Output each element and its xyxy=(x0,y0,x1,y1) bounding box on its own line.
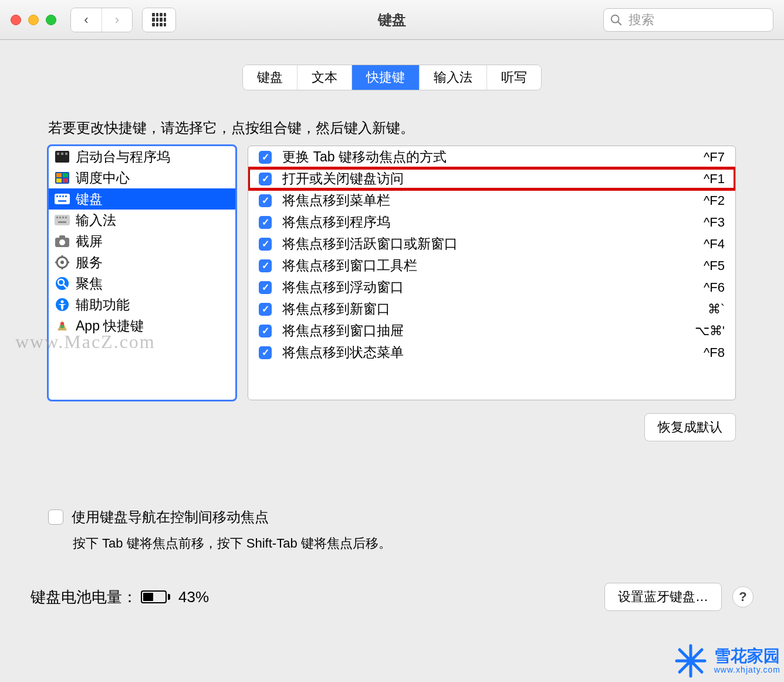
svg-rect-18 xyxy=(56,217,58,218)
category-row[interactable]: 调度中心 xyxy=(49,167,235,188)
shortcut-checkbox[interactable]: ✓ xyxy=(259,325,272,337)
shortcut-label: 将焦点移到状态菜单 xyxy=(282,343,693,362)
svg-rect-22 xyxy=(58,221,66,223)
app-icon xyxy=(55,319,70,332)
svg-point-25 xyxy=(59,239,65,245)
shortcut-key: ⌘` xyxy=(708,302,725,317)
shortcut-label: 将焦点移到浮动窗口 xyxy=(282,278,693,296)
forward-button[interactable]: › xyxy=(102,8,132,32)
tab-3[interactable]: 输入法 xyxy=(419,65,486,90)
restore-defaults-button[interactable]: 恢复成默认 xyxy=(644,413,736,441)
shortcut-row[interactable]: ✓将焦点移到浮动窗口^F6 xyxy=(248,276,735,298)
back-button[interactable]: ‹ xyxy=(71,8,102,32)
shortcut-row[interactable]: ✓将焦点移到活跃窗口或新窗口^F4 xyxy=(248,233,735,255)
nav-back-forward: ‹ › xyxy=(70,8,133,32)
shortcut-row[interactable]: ✓打开或关闭键盘访问^F1 xyxy=(248,168,735,190)
category-row[interactable]: 聚焦 xyxy=(49,273,235,294)
battery-percent: 43% xyxy=(178,588,209,606)
svg-rect-20 xyxy=(62,217,64,218)
category-label: 聚焦 xyxy=(76,275,103,293)
shortcut-row[interactable]: ✓将焦点移到新窗口⌘` xyxy=(248,298,735,320)
category-label: 启动台与程序坞 xyxy=(76,148,170,166)
keyboard-nav-label: 使用键盘导航在控制间移动焦点 xyxy=(72,508,269,526)
svg-rect-9 xyxy=(56,178,62,183)
search-field[interactable] xyxy=(603,8,773,32)
shortcut-checkbox[interactable]: ✓ xyxy=(259,303,272,316)
window-title: 键盘 xyxy=(378,11,406,29)
shortcut-key: ^F1 xyxy=(704,171,725,187)
shortcut-row[interactable]: ✓将焦点移到状态菜单^F8 xyxy=(248,342,735,363)
keyboard-icon xyxy=(55,193,70,205)
category-list[interactable]: 启动台与程序坞调度中心键盘输入法截屏服务聚焦辅助功能App 快捷键 xyxy=(48,146,236,400)
shortcut-label: 将焦点移到活跃窗口或新窗口 xyxy=(282,235,693,253)
grid-icon xyxy=(152,13,166,27)
shortcut-list[interactable]: ✓更换 Tab 键移动焦点的方式^F7✓打开或关闭键盘访问^F1✓将焦点移到菜单… xyxy=(248,146,736,400)
svg-rect-24 xyxy=(59,235,65,239)
launchpad-icon xyxy=(55,150,70,163)
shortcut-label: 更换 Tab 键移动焦点的方式 xyxy=(282,148,693,166)
shortcut-key: ^F5 xyxy=(704,258,725,274)
tab-1[interactable]: 文本 xyxy=(297,65,352,90)
battery-label: 键盘电池电量： xyxy=(31,587,137,607)
shortcut-row[interactable]: ✓将焦点移到菜单栏^F2 xyxy=(248,190,735,211)
category-label: 截屏 xyxy=(76,232,103,251)
window-controls xyxy=(11,15,56,25)
shortcut-checkbox[interactable]: ✓ xyxy=(259,238,272,251)
bluetooth-keyboard-button[interactable]: 设置蓝牙键盘… xyxy=(604,583,722,611)
input-icon xyxy=(55,214,70,227)
category-label: 服务 xyxy=(76,254,103,272)
shortcut-checkbox[interactable]: ✓ xyxy=(259,281,272,294)
shortcut-label: 将焦点移到菜单栏 xyxy=(282,191,693,210)
battery-row: 键盘电池电量： 43% 设置蓝牙键盘… ? xyxy=(31,583,753,611)
search-input[interactable] xyxy=(627,12,784,28)
search-icon xyxy=(610,13,623,26)
pref-pane-content: 键盘文本快捷键输入法听写 若要更改快捷键，请选择它，点按组合键，然后键入新键。 … xyxy=(0,40,784,682)
svg-point-36 xyxy=(61,301,64,303)
category-row[interactable]: 启动台与程序坞 xyxy=(49,146,235,167)
shortcut-key: ^F2 xyxy=(704,193,725,208)
shortcut-key: ^F4 xyxy=(704,237,725,252)
shortcut-checkbox[interactable]: ✓ xyxy=(259,151,272,164)
shortcut-checkbox[interactable]: ✓ xyxy=(259,173,272,185)
category-row[interactable]: 输入法 xyxy=(49,210,235,231)
tab-bar: 键盘文本快捷键输入法听写 xyxy=(242,65,542,90)
category-row[interactable]: 键盘 xyxy=(49,188,235,210)
close-window-icon[interactable] xyxy=(11,15,21,25)
a11y-icon xyxy=(55,298,70,311)
category-row[interactable]: 服务 xyxy=(49,252,235,273)
shortcut-row[interactable]: ✓更换 Tab 键移动焦点的方式^F7 xyxy=(248,146,735,168)
svg-rect-10 xyxy=(63,178,68,183)
svg-rect-8 xyxy=(63,173,68,177)
category-row[interactable]: App 快捷键 xyxy=(49,315,235,336)
svg-rect-4 xyxy=(61,153,63,155)
shortcut-row[interactable]: ✓将焦点移到程序坞^F3 xyxy=(248,211,735,233)
shortcut-row[interactable]: ✓将焦点移到窗口工具栏^F5 xyxy=(248,255,735,276)
shortcut-key: ⌥⌘' xyxy=(695,323,725,339)
svg-rect-14 xyxy=(62,195,64,197)
shortcut-key: ^F8 xyxy=(704,345,725,360)
tab-0[interactable]: 键盘 xyxy=(243,65,297,90)
chevron-right-icon: › xyxy=(115,12,119,28)
category-row[interactable]: 辅助功能 xyxy=(49,294,235,315)
shortcut-label: 将焦点移到程序坞 xyxy=(282,213,693,231)
shortcut-checkbox[interactable]: ✓ xyxy=(259,259,272,272)
svg-rect-16 xyxy=(58,200,66,202)
category-row[interactable]: 截屏 xyxy=(49,231,235,252)
minimize-window-icon[interactable] xyxy=(28,15,39,25)
shortcut-checkbox[interactable]: ✓ xyxy=(259,346,272,359)
keyboard-nav-checkbox[interactable] xyxy=(48,509,63,525)
tab-4[interactable]: 听写 xyxy=(486,65,541,90)
svg-rect-3 xyxy=(57,153,59,155)
tab-2[interactable]: 快捷键 xyxy=(352,65,419,90)
show-all-prefs-button[interactable] xyxy=(142,8,176,32)
shortcut-checkbox[interactable]: ✓ xyxy=(259,194,272,207)
shortcut-checkbox[interactable]: ✓ xyxy=(259,216,272,229)
help-button[interactable]: ? xyxy=(732,586,753,607)
chevron-left-icon: ‹ xyxy=(84,12,88,28)
svg-rect-11 xyxy=(55,194,70,204)
window-toolbar: ‹ › 键盘 xyxy=(0,0,784,40)
zoom-window-icon[interactable] xyxy=(46,15,56,25)
shortcut-label: 打开或关闭键盘访问 xyxy=(282,170,693,188)
spotlight-icon xyxy=(55,277,70,290)
shortcut-row[interactable]: ✓将焦点移到窗口抽屉⌥⌘' xyxy=(248,320,735,342)
